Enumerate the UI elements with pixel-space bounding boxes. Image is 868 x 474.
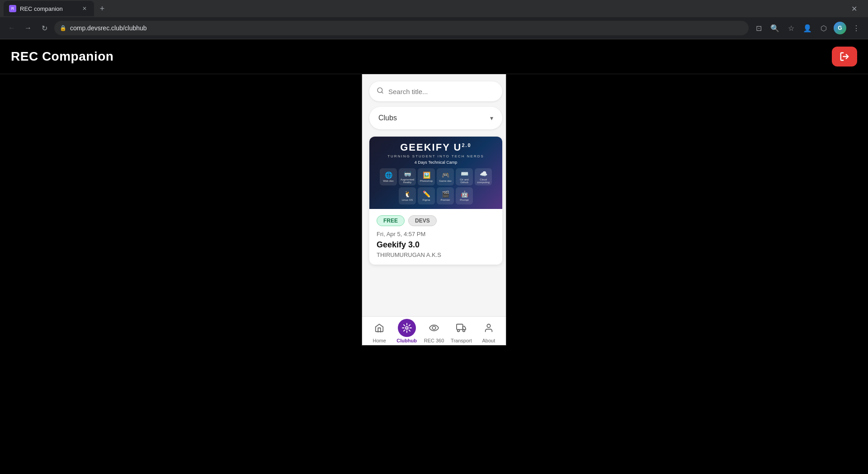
svg-point-6 bbox=[458, 329, 460, 332]
nav-label-transport: Transport bbox=[451, 338, 472, 343]
app-container: REC Companion bbox=[0, 39, 868, 474]
nav-item-transport[interactable]: Transport bbox=[448, 319, 475, 343]
content-scroll[interactable]: Clubs ▾ GEEKIFY U2.0 TURNING STUDENT INT… bbox=[362, 74, 506, 316]
chevron-down-icon: ▾ bbox=[490, 114, 493, 122]
hex-item: ✏️Figma bbox=[418, 187, 435, 204]
screen-cast-icon[interactable]: ⊡ bbox=[752, 22, 765, 34]
event-venue: THIRUMURUGAN A.K.S bbox=[377, 251, 495, 258]
mobile-app: Clubs ▾ GEEKIFY U2.0 TURNING STUDENT INT… bbox=[362, 74, 506, 346]
search-bar[interactable] bbox=[369, 81, 502, 101]
svg-point-8 bbox=[487, 324, 490, 327]
hex-item: 🌐Web dev bbox=[380, 168, 397, 185]
tag-devs: DEVS bbox=[408, 215, 437, 226]
about-icon bbox=[484, 323, 494, 333]
clubhub-icon-wrap bbox=[398, 319, 416, 337]
url-text: comp.devsrec.club/clubhub bbox=[70, 24, 147, 32]
hex-grid: 🌐Web dev 🥽Augmented Reality 🖼️Photoshop … bbox=[369, 168, 502, 204]
hex-item: 🎬Premier bbox=[437, 187, 454, 204]
nav-bar: ← → ↻ 🔒 comp.devsrec.club/clubhub ⊡ 🔍 ☆ … bbox=[0, 17, 868, 39]
mobile-frame-area: Clubs ▾ GEEKIFY U2.0 TURNING STUDENT INT… bbox=[0, 74, 868, 474]
browser-chrome: R REC companion ✕ + ✕ ← → ↻ 🔒 comp.devsr… bbox=[0, 0, 868, 39]
nav-label-about: About bbox=[482, 338, 495, 343]
svg-point-4 bbox=[432, 326, 435, 329]
event-banner-title: GEEKIFY U2.0 bbox=[387, 142, 484, 153]
hex-item: 🐧Linux OS bbox=[399, 187, 416, 204]
hex-item: 🥽Augmented Reality bbox=[399, 168, 416, 185]
active-tab[interactable]: R REC companion ✕ bbox=[4, 1, 94, 16]
extensions-icon[interactable]: ⬡ bbox=[817, 22, 830, 34]
app-header: REC Companion bbox=[0, 39, 868, 74]
nav-right-icons: ⊡ 🔍 ☆ 👤 ⬡ G ⋮ bbox=[752, 22, 863, 34]
tab-favicon: R bbox=[9, 5, 16, 12]
bookmark-icon[interactable]: ☆ bbox=[785, 22, 797, 34]
event-image: GEEKIFY U2.0 TURNING STUDENT INTO TECH N… bbox=[369, 137, 502, 209]
home-icon-wrap bbox=[370, 319, 388, 337]
zoom-icon[interactable]: 🔍 bbox=[769, 22, 781, 34]
nav-item-home[interactable]: Home bbox=[366, 319, 393, 343]
event-banner-camp: 4 Days Technical Camp bbox=[387, 160, 484, 165]
hex-item: 🤖Prompt bbox=[456, 187, 473, 204]
tab-close-button[interactable]: ✕ bbox=[80, 5, 89, 13]
logout-icon bbox=[840, 52, 849, 62]
clubhub-icon bbox=[402, 323, 412, 333]
about-icon-wrap bbox=[480, 319, 498, 337]
tag-free: FREE bbox=[377, 215, 405, 226]
category-label: Clubs bbox=[378, 114, 397, 122]
transport-icon bbox=[456, 323, 466, 333]
rec360-icon bbox=[429, 323, 439, 333]
home-icon bbox=[374, 323, 384, 333]
forward-button[interactable]: → bbox=[22, 22, 34, 34]
tab-bar: R REC companion ✕ + ✕ bbox=[0, 0, 868, 17]
nav-label-rec360: REC 360 bbox=[424, 338, 444, 343]
reload-button[interactable]: ↻ bbox=[38, 22, 51, 34]
tab-title: REC companion bbox=[20, 5, 63, 12]
svg-point-3 bbox=[406, 327, 408, 329]
event-details: FREE DEVS Fri, Apr 5, 4:57 PM Geekify 3.… bbox=[369, 209, 502, 265]
app-title: REC Companion bbox=[11, 49, 113, 64]
event-title: Geekify 3.0 bbox=[377, 240, 495, 250]
new-tab-button[interactable]: + bbox=[96, 2, 108, 15]
back-button[interactable]: ← bbox=[5, 22, 18, 34]
search-icon bbox=[377, 87, 384, 96]
rec360-icon-wrap bbox=[425, 319, 443, 337]
logout-button[interactable] bbox=[832, 47, 857, 66]
nav-item-about[interactable]: About bbox=[475, 319, 502, 343]
nav-item-clubhub[interactable]: Clubhub bbox=[393, 319, 420, 343]
window-close-button[interactable]: ✕ bbox=[844, 5, 864, 13]
svg-point-7 bbox=[463, 329, 465, 332]
event-banner-subtitle: TURNING STUDENT INTO TECH NERDS bbox=[387, 154, 484, 158]
bottom-nav: Home Clubhub bbox=[362, 316, 506, 345]
address-bar[interactable]: 🔒 comp.devsrec.club/clubhub bbox=[54, 21, 749, 35]
scroll-container: Clubs ▾ GEEKIFY U2.0 TURNING STUDENT INT… bbox=[362, 74, 506, 316]
hex-item: ⌨️Git and Github bbox=[456, 168, 473, 185]
nav-label-home: Home bbox=[373, 338, 386, 343]
profile-icon[interactable]: 👤 bbox=[801, 22, 814, 34]
nav-label-clubhub: Clubhub bbox=[396, 338, 417, 343]
svg-rect-5 bbox=[457, 324, 463, 329]
hex-item: ☁️Cloud computing bbox=[475, 168, 492, 185]
nav-item-rec360[interactable]: REC 360 bbox=[420, 319, 448, 343]
avatar[interactable]: G bbox=[834, 22, 846, 34]
transport-icon-wrap bbox=[452, 319, 470, 337]
lock-icon: 🔒 bbox=[60, 25, 66, 31]
event-date: Fri, Apr 5, 4:57 PM bbox=[377, 231, 495, 237]
event-card[interactable]: GEEKIFY U2.0 TURNING STUDENT INTO TECH N… bbox=[369, 137, 502, 265]
search-input[interactable] bbox=[388, 88, 495, 95]
menu-icon[interactable]: ⋮ bbox=[850, 22, 863, 34]
hex-item: 🎮Game dev bbox=[437, 168, 454, 185]
event-tags: FREE DEVS bbox=[377, 215, 495, 226]
hex-item: 🖼️Photoshop bbox=[418, 168, 435, 185]
category-dropdown[interactable]: Clubs ▾ bbox=[369, 107, 502, 129]
svg-line-2 bbox=[382, 92, 383, 93]
